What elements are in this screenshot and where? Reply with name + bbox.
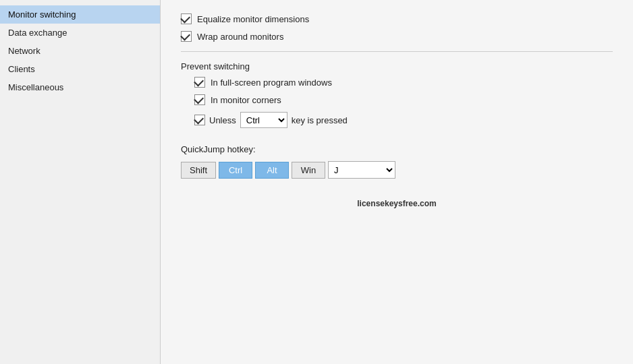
hotkey-key-select[interactable]: J A B C D E F G H I K L M [328, 161, 395, 179]
fullscreen-label[interactable]: In full-screen program windows [194, 77, 332, 88]
wrap-label[interactable]: Wrap around monitors [181, 31, 283, 42]
sidebar: Monitor switching Data exchange Network … [0, 0, 161, 364]
corners-checkbox[interactable] [194, 94, 205, 105]
equalize-checkbox[interactable] [181, 13, 192, 24]
equalize-row: Equalize monitor dimensions [181, 13, 613, 24]
sidebar-item-network[interactable]: Network [0, 42, 160, 60]
key-is-pressed-text: key is pressed [292, 115, 348, 125]
divider [181, 51, 613, 52]
wrap-checkbox[interactable] [181, 31, 192, 42]
sidebar-item-label: Clients [8, 64, 35, 74]
equalize-text: Equalize monitor dimensions [197, 14, 309, 24]
unless-text: Unless [209, 115, 236, 125]
main-content: Equalize monitor dimensions Wrap around … [161, 0, 633, 364]
wrap-row: Wrap around monitors [181, 31, 613, 42]
sidebar-item-monitor-switching[interactable]: Monitor switching [0, 5, 160, 24]
wrap-text: Wrap around monitors [197, 32, 283, 42]
equalize-label[interactable]: Equalize monitor dimensions [181, 13, 309, 24]
sidebar-item-miscellaneous[interactable]: Miscellaneous [0, 78, 160, 96]
corners-text: In monitor corners [211, 95, 281, 105]
corners-row: In monitor corners [194, 94, 613, 105]
shift-button[interactable]: Shift [181, 162, 216, 179]
unless-row: Unless Ctrl Alt Shift Win key is pressed [194, 112, 613, 128]
alt-button[interactable]: Alt [255, 162, 289, 179]
sidebar-item-label: Monitor switching [8, 9, 76, 20]
unless-checkbox[interactable] [194, 115, 205, 125]
prevent-options-indent: In full-screen program windows In monito… [194, 77, 613, 128]
quickjump-section: QuickJump hotkey: Shift Ctrl Alt Win J A… [181, 144, 613, 179]
sidebar-item-label: Miscellaneous [8, 82, 63, 92]
sidebar-item-label: Network [8, 46, 40, 56]
unless-key-select[interactable]: Ctrl Alt Shift Win [240, 112, 287, 128]
sidebar-item-data-exchange[interactable]: Data exchange [0, 24, 160, 42]
quickjump-label: QuickJump hotkey: [181, 144, 613, 154]
prevent-switching-label: Prevent switching [181, 61, 613, 71]
hotkey-row: Shift Ctrl Alt Win J A B C D E F G H I K… [181, 161, 613, 179]
fullscreen-text: In full-screen program windows [211, 78, 332, 88]
fullscreen-row: In full-screen program windows [194, 77, 613, 88]
sidebar-item-clients[interactable]: Clients [0, 60, 160, 78]
win-button[interactable]: Win [292, 162, 325, 179]
corners-label[interactable]: In monitor corners [194, 94, 281, 105]
sidebar-item-label: Data exchange [8, 28, 67, 38]
fullscreen-checkbox[interactable] [194, 77, 205, 88]
watermark: licensekeysfree.com [181, 199, 613, 208]
ctrl-button[interactable]: Ctrl [219, 162, 252, 179]
